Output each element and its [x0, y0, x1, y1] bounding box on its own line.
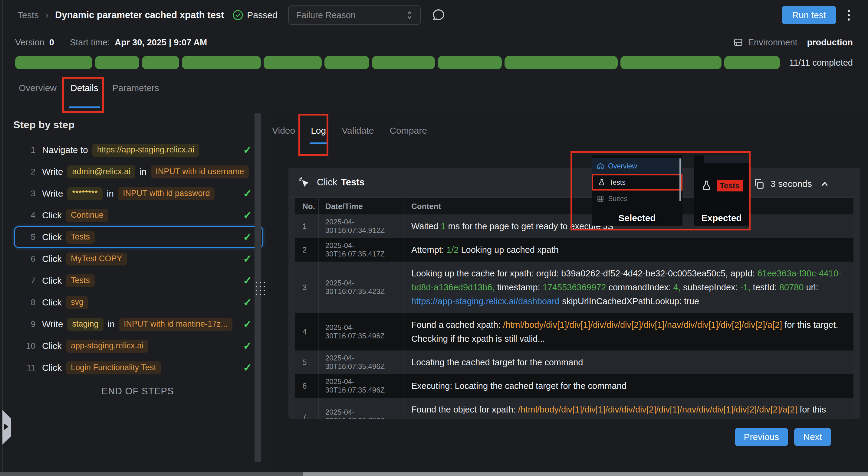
log-content-part: /html/body/div[1]/div[1]/div/div/div[2]/…: [503, 320, 782, 330]
log-content-part: skipUrlInCachedXPathLookup: true: [560, 296, 699, 306]
log-row-timestamp: 2025-04-30T16:07:35.496Z: [319, 313, 403, 350]
tab-video[interactable]: Video: [271, 126, 296, 144]
step-row[interactable]: 9WritestaginginINPUT with id mantine-17z…: [14, 313, 263, 335]
step-number: 3: [22, 189, 35, 198]
progress-bar: [15, 56, 780, 69]
environment-label: Environment: [748, 37, 798, 47]
log-table-row: 32025-04-30T16:07:35.423ZLooking up the …: [295, 262, 854, 313]
log-content-part: Waited: [411, 222, 441, 231]
steps-list: 1Navigate tohttps://app-staging.relicx.a…: [9, 139, 266, 379]
step-number: 9: [22, 319, 35, 329]
step-row[interactable]: 6ClickMyTest COPY✓: [14, 248, 263, 270]
tab-log[interactable]: Log: [310, 126, 327, 144]
pagination: Previous Next: [735, 428, 831, 446]
step-status-check: ✓: [243, 144, 252, 156]
log-panel: Video Log Validate Compare Click Tests N…: [268, 113, 868, 472]
log-row-number: 7: [295, 398, 319, 419]
next-button[interactable]: Next: [794, 428, 831, 446]
main-tabs: Overview Details Parameters: [0, 71, 868, 108]
step-action-text: Click: [42, 341, 62, 351]
step-row[interactable]: 2Writeadmin@relicx.aiinINPUT with id use…: [14, 161, 263, 183]
step-status-check: ✓: [243, 231, 252, 243]
environment-value: production: [807, 37, 853, 47]
tab-overview[interactable]: Overview: [17, 83, 58, 108]
expected-body: Tests: [694, 168, 749, 204]
step-action-text: Click: [42, 210, 62, 220]
step-action-text: Navigate to: [42, 145, 88, 155]
log-content-part: Found the object for xpath:: [411, 405, 518, 414]
log-table-header: No. Date/Time Content: [295, 198, 854, 214]
progress-row: 11/11 completed: [0, 55, 868, 71]
step-action-text: in: [107, 189, 114, 199]
page: Tests › Dynamic parameter cached xpath t…: [0, 0, 868, 476]
progress-completed-text: 11/11 completed: [789, 58, 853, 68]
tab-compare[interactable]: Compare: [388, 126, 428, 144]
progress-segment: [15, 56, 92, 69]
log-row-number: 2: [295, 238, 319, 262]
mini-nav-item-suites: Suites: [592, 191, 682, 207]
log-sub-tabs: Video Log Validate Compare: [268, 113, 868, 144]
collapse-chevron-icon[interactable]: [819, 178, 830, 189]
log-content-part: Looking up cached xpath: [459, 245, 559, 254]
step-row[interactable]: 8Clicksvg✓: [14, 292, 263, 313]
step-action-text: Click: [42, 275, 62, 286]
step-value-chip: staging: [67, 318, 103, 331]
failure-reason-select[interactable]: Failure Reason: [288, 5, 421, 25]
horizontal-scrollbar[interactable]: [0, 472, 868, 476]
mini-nav-label: Tests: [609, 178, 626, 186]
step-row[interactable]: 11ClickLogin Functionality Test✓: [14, 357, 263, 379]
status-label: Passed: [247, 10, 277, 20]
meta-row: Version 0 Start time: Apr 30, 2025 | 9:0…: [0, 30, 868, 55]
resizer-grip-icon[interactable]: [256, 282, 265, 295]
flask-icon: [700, 180, 712, 192]
step-status-check: ✓: [243, 209, 252, 222]
kebab-menu-icon[interactable]: [843, 7, 855, 24]
breadcrumb-tests[interactable]: Tests: [18, 10, 39, 20]
step-status-check: ✓: [243, 318, 252, 331]
tab-validate[interactable]: Validate: [340, 126, 375, 144]
step-number: 7: [22, 276, 35, 285]
step-action-text: in: [140, 167, 147, 177]
previous-button[interactable]: Previous: [735, 428, 788, 446]
progress-segment: [504, 56, 618, 69]
selected-caption: Selected: [592, 213, 682, 223]
step-row[interactable]: 3Write********inINPUT with id password✓: [14, 183, 263, 204]
log-content-part: 1745536369972: [542, 282, 606, 292]
selected-thumbnail[interactable]: OverviewTestsSuites Selected: [592, 156, 682, 226]
step-target-chip: INPUT with id password: [118, 187, 215, 200]
run-test-button[interactable]: Run test: [782, 6, 836, 24]
step-target-chip: Tests: [66, 231, 95, 244]
step-row[interactable]: 4ClickContinue✓: [14, 204, 263, 226]
log-table-row: 12025-04-30T16:07:34.912ZWaited 1 ms for…: [295, 214, 854, 238]
step-action-text: Click: [42, 232, 62, 242]
step-status-check: ✓: [243, 340, 252, 352]
mini-nav-label: Overview: [608, 162, 637, 170]
step-row[interactable]: 5ClickTests✓: [14, 226, 263, 248]
end-of-steps-label: END OF STEPS: [9, 386, 266, 397]
step-number: 8: [22, 298, 35, 307]
copy-icon[interactable]: [753, 178, 765, 190]
version-value: 0: [49, 37, 54, 47]
log-row-timestamp: 2025-04-30T16:07:35.496Z: [319, 350, 403, 374]
step-row[interactable]: 7ClickTests✓: [14, 270, 263, 292]
expected-thumbnail[interactable]: Tests Expected: [694, 156, 749, 226]
step-target-chip: Tests: [66, 274, 95, 287]
log-row-number: 6: [295, 374, 319, 398]
step-row[interactable]: 1Navigate tohttps://app-staging.relicx.a…: [14, 139, 263, 161]
step-action-text: Write: [42, 319, 63, 329]
step-action-text: in: [108, 319, 115, 329]
step-row[interactable]: 10Clickapp-staging.relicx.ai✓: [14, 335, 263, 357]
horizontal-scrollbar-thumb[interactable]: [303, 472, 868, 476]
progress-segment: [372, 56, 435, 69]
log-content-part: /html/body/div[1]/div[1]/div/div/div[2]/…: [518, 405, 797, 414]
comment-icon[interactable]: [432, 8, 445, 22]
log-content-part: 1: [441, 222, 445, 231]
log-row-number: 3: [295, 262, 319, 313]
progress-segment: [182, 56, 261, 69]
flask-icon: [598, 178, 606, 186]
failure-reason-placeholder: Failure Reason: [296, 10, 355, 20]
log-table-row: 62025-04-30T16:07:35.496ZExecuting: Loca…: [295, 374, 854, 398]
step-target-chip: MyTest COPY: [66, 252, 127, 266]
tab-parameters[interactable]: Parameters: [111, 83, 161, 108]
tab-details[interactable]: Details: [69, 83, 100, 108]
